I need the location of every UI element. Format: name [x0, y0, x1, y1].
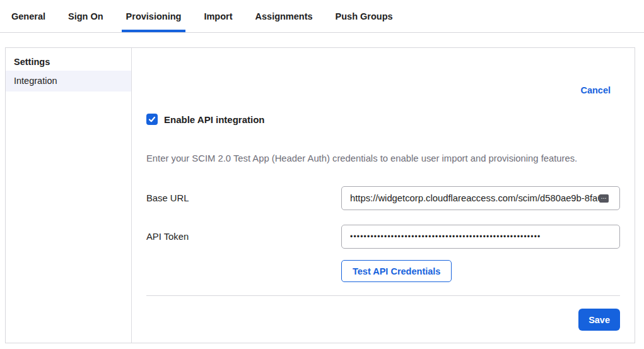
enable-api-checkbox[interactable] [146, 114, 158, 125]
settings-sidebar: Settings Integration [6, 48, 132, 343]
save-row: Save [146, 309, 620, 331]
check-icon [148, 115, 156, 123]
api-token-value: ••••••••••••••••••••••••••••••••••••••••… [350, 232, 541, 241]
sidebar-heading: Settings [6, 56, 131, 68]
test-credentials-row: Test API Credentials [341, 260, 620, 282]
tab-general[interactable]: General [7, 0, 50, 32]
base-url-value: https://widgetcorp.cloudflareaccess.com/… [350, 193, 603, 203]
provisioning-panel: Settings Integration Cancel Enable API i… [5, 47, 635, 343]
enable-api-row: Enable API integration [146, 114, 620, 125]
tab-provisioning[interactable]: Provisioning [122, 0, 186, 32]
text-overflow-marker: ⋯ [599, 194, 609, 203]
header-actions: Cancel [146, 85, 620, 95]
credentials-description: Enter your SCIM 2.0 Test App (Header Aut… [146, 153, 620, 163]
integration-settings-main: Cancel Enable API integration Enter your… [132, 48, 635, 343]
base-url-input[interactable]: https://widgetcorp.cloudflareaccess.com/… [341, 186, 620, 210]
api-token-label: API Token [146, 232, 341, 242]
cancel-link[interactable]: Cancel [580, 85, 611, 95]
base-url-row: Base URL https://widgetcorp.cloudflareac… [146, 186, 620, 210]
enable-api-label: Enable API integration [164, 114, 264, 125]
form-divider [146, 295, 620, 296]
sidebar-item-integration[interactable]: Integration [6, 71, 131, 92]
save-button[interactable]: Save [578, 309, 620, 331]
tab-sign-on[interactable]: Sign On [64, 0, 108, 32]
api-token-input[interactable]: ••••••••••••••••••••••••••••••••••••••••… [341, 225, 620, 249]
app-tab-bar: General Sign On Provisioning Import Assi… [0, 0, 644, 33]
tab-push-groups[interactable]: Push Groups [331, 0, 397, 32]
test-api-credentials-button[interactable]: Test API Credentials [341, 260, 452, 282]
base-url-label: Base URL [146, 193, 341, 203]
api-token-row: API Token ••••••••••••••••••••••••••••••… [146, 225, 620, 249]
tab-assignments[interactable]: Assignments [251, 0, 317, 32]
tab-import[interactable]: Import [199, 0, 237, 32]
